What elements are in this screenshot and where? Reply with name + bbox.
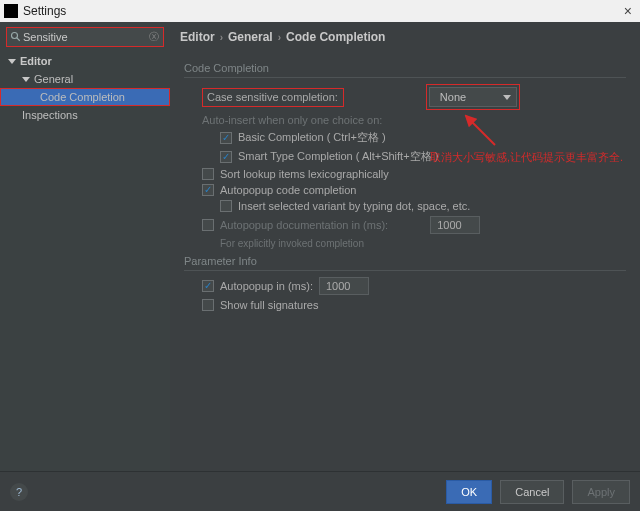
chevron-right-icon: ›	[278, 32, 281, 43]
main-area: ⓧ Editor General Code Completion Inspect…	[0, 22, 640, 471]
cancel-button[interactable]: Cancel	[500, 480, 564, 504]
group-code-completion: Code Completion	[184, 62, 626, 78]
breadcrumb: Editor › General › Code Completion	[170, 22, 640, 52]
autopopup-doc-hint: For explicitly invoked completion	[220, 238, 364, 249]
footer: ? OK Cancel Apply	[0, 471, 640, 511]
annotation-text: 取消大小写敏感,让代码提示更丰富齐全.	[430, 150, 623, 165]
sort-lookup-row: Sort lookup items lexicographically	[184, 168, 626, 180]
tree-inspections[interactable]: Inspections	[0, 106, 170, 124]
autopopup-row: Autopopup code completion	[184, 184, 626, 196]
svg-line-2	[466, 116, 495, 145]
autopopup-label: Autopopup code completion	[220, 184, 356, 196]
pi-autopopup-row: Autopopup in (ms):	[184, 277, 626, 295]
content: Editor › General › Code Completion Code …	[170, 22, 640, 471]
svg-line-1	[17, 38, 20, 41]
autopopup-checkbox[interactable]	[202, 184, 214, 196]
autopopup-doc-field[interactable]	[430, 216, 480, 234]
pi-show-full-checkbox[interactable]	[202, 299, 214, 311]
auto-insert-label: Auto-insert when only one choice on:	[202, 114, 382, 126]
case-sensitive-row: Case sensitive completion: None	[184, 84, 626, 110]
pi-autopopup-label: Autopopup in (ms):	[220, 280, 313, 292]
insert-selected-checkbox[interactable]	[220, 200, 232, 212]
pi-show-full-row: Show full signatures	[184, 299, 626, 311]
titlebar: Settings ×	[0, 0, 640, 22]
search-wrap: ⓧ	[0, 22, 170, 52]
tree-general[interactable]: General	[0, 70, 170, 88]
app-icon	[4, 4, 18, 18]
insert-selected-row: Insert selected variant by typing dot, s…	[184, 200, 626, 212]
basic-completion-row: Basic Completion ( Ctrl+空格 )	[184, 130, 626, 145]
case-sensitive-select[interactable]: None	[429, 87, 517, 107]
basic-completion-label: Basic Completion ( Ctrl+空格 )	[238, 130, 386, 145]
smart-completion-checkbox[interactable]	[220, 151, 232, 163]
autopopup-doc-checkbox[interactable]	[202, 219, 214, 231]
crumb-general[interactable]: General	[228, 30, 273, 44]
window-title: Settings	[23, 4, 620, 18]
search-icon	[10, 31, 22, 43]
smart-completion-label: Smart Type Completion ( Alt+Shift+空格 )	[238, 149, 438, 164]
autopopup-doc-label: Autopopup documentation in (ms):	[220, 219, 388, 231]
autopopup-doc-hint-row: For explicitly invoked completion	[184, 238, 626, 249]
code-completion-panel: Code Completion Case sensitive completio…	[170, 52, 640, 319]
chevron-down-icon	[503, 95, 511, 100]
clear-search-icon[interactable]: ⓧ	[147, 30, 161, 44]
tree-code-completion[interactable]: Code Completion	[0, 88, 170, 106]
tree-label: Editor	[20, 55, 52, 67]
chevron-down-icon	[8, 59, 16, 64]
pi-autopopup-field[interactable]	[319, 277, 369, 295]
tree-editor[interactable]: Editor	[0, 52, 170, 70]
basic-completion-checkbox[interactable]	[220, 132, 232, 144]
sort-lookup-label: Sort lookup items lexicographically	[220, 168, 389, 180]
search-input[interactable]	[23, 31, 149, 43]
help-button[interactable]: ?	[10, 483, 28, 501]
pi-show-full-label: Show full signatures	[220, 299, 318, 311]
settings-tree: Editor General Code Completion Inspectio…	[0, 52, 170, 124]
case-sensitive-label: Case sensitive completion:	[202, 88, 344, 107]
close-icon[interactable]: ×	[620, 3, 636, 19]
group-parameter-info: Parameter Info	[184, 255, 626, 271]
auto-insert-row: Auto-insert when only one choice on:	[184, 114, 626, 126]
ok-button[interactable]: OK	[446, 480, 492, 504]
insert-selected-label: Insert selected variant by typing dot, s…	[238, 200, 470, 212]
tree-label: Code Completion	[40, 91, 125, 103]
pi-autopopup-checkbox[interactable]	[202, 280, 214, 292]
search-input-wrap[interactable]: ⓧ	[6, 27, 164, 47]
tree-label: General	[34, 73, 73, 85]
svg-point-0	[12, 33, 18, 39]
annotation-arrow	[460, 110, 500, 150]
chevron-down-icon	[22, 77, 30, 82]
autopopup-doc-row: Autopopup documentation in (ms):	[184, 216, 626, 234]
crumb-editor[interactable]: Editor	[180, 30, 215, 44]
apply-button[interactable]: Apply	[572, 480, 630, 504]
select-value: None	[440, 91, 466, 103]
sort-lookup-checkbox[interactable]	[202, 168, 214, 180]
chevron-right-icon: ›	[220, 32, 223, 43]
sidebar: ⓧ Editor General Code Completion Inspect…	[0, 22, 170, 471]
case-sensitive-select-box: None	[426, 84, 520, 110]
crumb-code-completion: Code Completion	[286, 30, 385, 44]
tree-label: Inspections	[22, 109, 78, 121]
